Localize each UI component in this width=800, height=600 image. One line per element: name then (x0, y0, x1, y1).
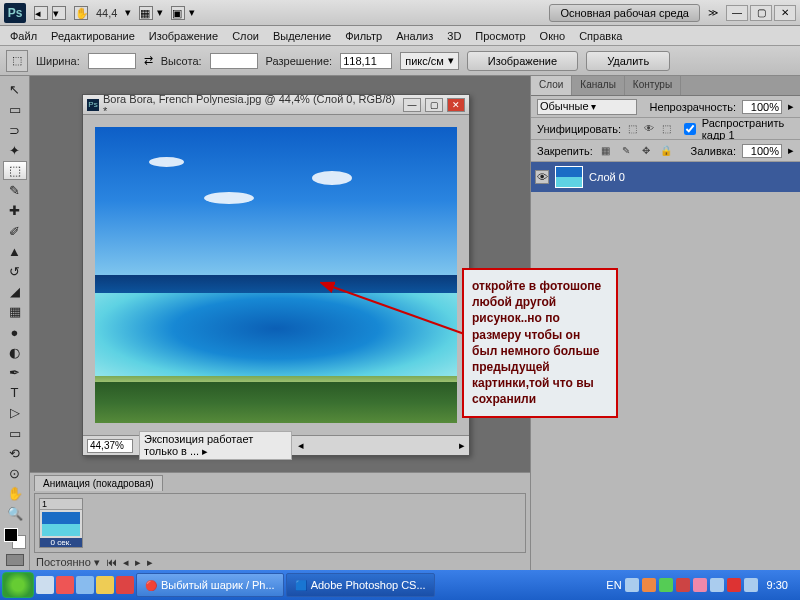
task-button-active[interactable]: 🟦 Adobe Photoshop CS... (286, 573, 435, 597)
tab-paths[interactable]: Контуры (625, 76, 681, 95)
unify-style-icon[interactable]: ⬚ (661, 122, 672, 136)
tray-icon[interactable] (642, 578, 656, 592)
unify-position-icon[interactable]: ⬚ (627, 122, 638, 136)
tab-layers[interactable]: Слои (531, 76, 572, 95)
unify-visibility-icon[interactable]: 👁 (644, 122, 655, 136)
tab-channels[interactable]: Каналы (572, 76, 625, 95)
image-button[interactable]: Изображение (467, 51, 578, 71)
document-titlebar[interactable]: Ps Bora Bora, French Polynesia.jpg @ 44,… (83, 95, 469, 115)
brush-tool[interactable]: ✐ (3, 221, 27, 240)
rewind-icon[interactable]: ⏮ (106, 556, 117, 568)
prev-frame-icon[interactable]: ◂ (123, 556, 129, 569)
lock-all-icon[interactable]: 🔒 (659, 144, 673, 158)
workspace-switcher[interactable]: Основная рабочая среда (549, 4, 700, 22)
menu-window[interactable]: Окно (534, 28, 572, 44)
lasso-tool[interactable]: ⊃ (3, 120, 27, 139)
propagate-checkbox[interactable] (684, 123, 696, 135)
next-frame-icon[interactable]: ▸ (147, 556, 153, 569)
stamp-tool[interactable]: ▲ (3, 242, 27, 261)
visibility-toggle[interactable]: 👁 (535, 170, 549, 184)
screen-mode-icon[interactable]: ▣ (171, 6, 185, 20)
dodge-tool[interactable]: ◐ (3, 343, 27, 362)
layer-name[interactable]: Слой 0 (589, 171, 625, 183)
delete-button[interactable]: Удалить (586, 51, 670, 71)
quicklaunch-icon[interactable] (76, 576, 94, 594)
play-icon[interactable]: ▸ (135, 556, 141, 569)
units-select[interactable]: пикс/см▾ (400, 52, 459, 70)
tray-icon[interactable] (693, 578, 707, 592)
marquee-tool[interactable]: ▭ (3, 100, 27, 119)
shape-tool[interactable]: ▭ (3, 423, 27, 442)
3d-camera-tool[interactable]: ⊙ (3, 464, 27, 483)
quicklaunch-icon[interactable] (96, 576, 114, 594)
lock-pixels-icon[interactable]: ✎ (619, 144, 633, 158)
crop-tool-icon[interactable]: ⬚ (6, 50, 28, 72)
language-indicator[interactable]: EN (606, 579, 621, 591)
menu-analysis[interactable]: Анализ (390, 28, 439, 44)
maximize-button[interactable]: ▢ (750, 5, 772, 21)
type-tool[interactable]: T (3, 383, 27, 402)
opacity-input[interactable]: 100% (742, 100, 782, 114)
loop-mode-select[interactable]: Постоянно ▾ (36, 556, 100, 569)
animation-tab[interactable]: Анимация (покадровая) (34, 475, 163, 491)
crop-tool[interactable]: ⬚ (3, 161, 27, 180)
move-tool[interactable]: ↖ (3, 80, 27, 99)
doc-minimize[interactable]: — (403, 98, 421, 112)
heal-tool[interactable]: ✚ (3, 201, 27, 220)
width-input[interactable] (88, 53, 136, 69)
minimize-button[interactable]: — (726, 5, 748, 21)
resolution-input[interactable] (340, 53, 392, 69)
quickmask-toggle[interactable] (6, 554, 24, 566)
layer-thumbnail[interactable] (555, 166, 583, 188)
tray-icon[interactable] (727, 578, 741, 592)
eyedropper-tool[interactable]: ✎ (3, 181, 27, 200)
menu-filter[interactable]: Фильтр (339, 28, 388, 44)
quicklaunch-icon[interactable] (116, 576, 134, 594)
quicklaunch-icon[interactable] (56, 576, 74, 594)
blend-mode-select[interactable]: Обычные ▾ (537, 99, 637, 115)
history-brush-tool[interactable]: ↺ (3, 262, 27, 281)
wand-tool[interactable]: ✦ (3, 141, 27, 160)
doc-status-text[interactable]: Экспозиция работает только в ... ▸ (139, 431, 292, 460)
animation-frame[interactable]: 1 0 сек. (39, 498, 83, 548)
doc-zoom-input[interactable] (87, 439, 133, 453)
lock-transparency-icon[interactable]: ▦ (599, 144, 613, 158)
path-tool[interactable]: ▷ (3, 403, 27, 422)
lock-position-icon[interactable]: ✥ (639, 144, 653, 158)
hand-icon[interactable]: ✋ (74, 6, 88, 20)
menu-image[interactable]: Изображение (143, 28, 224, 44)
layer-item[interactable]: 👁 Слой 0 (531, 162, 800, 192)
gradient-tool[interactable]: ▦ (3, 302, 27, 321)
tray-icon[interactable] (710, 578, 724, 592)
start-button[interactable] (2, 572, 34, 598)
menu-select[interactable]: Выделение (267, 28, 337, 44)
menu-edit[interactable]: Редактирование (45, 28, 141, 44)
color-swatches[interactable] (4, 528, 26, 549)
tray-icon[interactable] (676, 578, 690, 592)
arrange-icon[interactable]: ▦ (139, 6, 153, 20)
tray-icon[interactable] (625, 578, 639, 592)
zoom-tool[interactable]: 🔍 (3, 504, 27, 523)
swap-icon[interactable]: ⇄ (144, 54, 153, 67)
menu-layers[interactable]: Слои (226, 28, 265, 44)
chevron-right-icon[interactable]: ≫ (708, 7, 718, 18)
clock[interactable]: 9:30 (761, 579, 794, 591)
menu-file[interactable]: Файл (4, 28, 43, 44)
pen-tool[interactable]: ✒ (3, 363, 27, 382)
menu-3d[interactable]: 3D (441, 28, 467, 44)
menu-help[interactable]: Справка (573, 28, 628, 44)
document-canvas[interactable] (83, 115, 469, 435)
3d-tool[interactable]: ⟲ (3, 444, 27, 463)
history-controls[interactable]: ◂▾ (34, 6, 66, 20)
tray-icon[interactable] (744, 578, 758, 592)
doc-close[interactable]: ✕ (447, 98, 465, 112)
hand-tool[interactable]: ✋ (3, 484, 27, 503)
document-window[interactable]: Ps Bora Bora, French Polynesia.jpg @ 44,… (82, 94, 470, 456)
height-input[interactable] (210, 53, 258, 69)
quicklaunch-icon[interactable] (36, 576, 54, 594)
blur-tool[interactable]: ● (3, 322, 27, 341)
doc-maximize[interactable]: ▢ (425, 98, 443, 112)
eraser-tool[interactable]: ◢ (3, 282, 27, 301)
tray-icon[interactable] (659, 578, 673, 592)
fill-input[interactable]: 100% (742, 144, 782, 158)
